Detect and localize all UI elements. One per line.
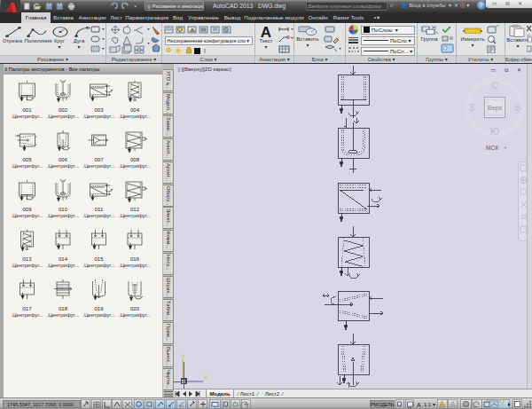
svg-text:.Центрифуг...: .Центрифуг... [119, 114, 152, 119]
svg-text:.Центрифуг...: .Центрифуг... [119, 163, 152, 169]
svg-text:.Центрифуг...: .Центрифуг... [11, 263, 43, 268]
svg-text:.Центрифуг...: .Центрифуг... [119, 312, 152, 318]
svg-text:.Центрифуг...: .Центрифуг... [82, 213, 115, 218]
svg-text:018: 018 [59, 306, 68, 311]
svg-text:015: 015 [94, 256, 104, 262]
svg-text:.Центрифуг...: .Центрифуг... [119, 263, 152, 268]
svg-text:019: 019 [94, 306, 104, 311]
svg-text:001: 001 [22, 107, 32, 113]
svg-text:003: 003 [94, 107, 104, 113]
svg-text:011: 011 [95, 207, 104, 212]
svg-text:.Центрифуг...: .Центрифуг... [82, 114, 115, 119]
svg-text:1:1 ▾: 1:1 ▾ [424, 402, 435, 407]
svg-text:009: 009 [22, 207, 32, 212]
svg-text:006: 006 [59, 157, 68, 162]
svg-text:Y: Y [181, 352, 186, 360]
svg-text:008: 008 [130, 157, 140, 162]
svg-text:002: 002 [59, 107, 68, 113]
svg-text:014: 014 [59, 256, 68, 262]
svg-text:.Центрифуг...: .Центрифуг... [47, 263, 80, 268]
svg-text:010: 010 [59, 207, 68, 212]
svg-text:012: 012 [130, 207, 140, 212]
svg-text:.Центрифуг...: .Центрифуг... [47, 312, 80, 318]
svg-text:013: 013 [22, 256, 32, 262]
svg-text:.Центрифуг...: .Центрифуг... [11, 163, 43, 169]
svg-text:.Центрифуг...: .Центрифуг... [47, 163, 80, 169]
svg-text:005: 005 [22, 157, 32, 162]
svg-text:.Центрифуг...: .Центрифуг... [47, 114, 80, 119]
svg-text:007: 007 [94, 157, 104, 162]
svg-text:.Центрифуг...: .Центрифуг... [11, 312, 43, 318]
svg-text:.Центрифуг...: .Центрифуг... [11, 213, 43, 218]
svg-text:А: А [417, 402, 421, 408]
svg-text:017: 017 [22, 306, 32, 311]
svg-text:016: 016 [130, 256, 140, 262]
svg-text:.Центрифуг...: .Центрифуг... [82, 312, 115, 318]
svg-text:.Центрифуг...: .Центрифуг... [11, 114, 43, 119]
svg-text:004: 004 [130, 107, 140, 113]
svg-text:.Центрифуг...: .Центрифуг... [119, 213, 152, 218]
svg-text:020: 020 [130, 306, 140, 311]
svg-text:.Центрифуг...: .Центрифуг... [82, 263, 115, 268]
svg-text:.Центрифуг...: .Центрифуг... [82, 163, 115, 169]
svg-text:.Центрифуг...: .Центрифуг... [47, 213, 80, 218]
